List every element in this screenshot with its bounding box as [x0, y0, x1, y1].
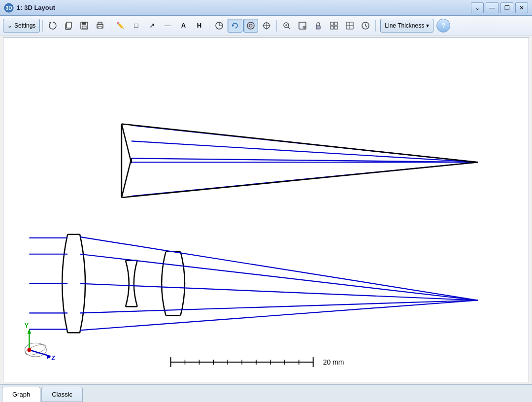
- svg-line-38: [366, 26, 367, 27]
- svg-text:Y: Y: [24, 322, 29, 329]
- rotate-button[interactable]: [228, 19, 242, 33]
- line-button[interactable]: —: [160, 19, 175, 33]
- lock-button[interactable]: [311, 19, 326, 33]
- svg-rect-29: [331, 22, 333, 25]
- svg-line-21: [288, 27, 290, 29]
- layout-button[interactable]: [342, 19, 357, 33]
- separator-5: [375, 20, 376, 32]
- text-button[interactable]: A: [176, 19, 191, 33]
- svg-line-56: [80, 284, 478, 301]
- line-thickness-button[interactable]: Line Thickness ▾: [380, 19, 433, 33]
- settings-button[interactable]: ⌄ Settings: [3, 19, 40, 33]
- svg-point-85: [27, 348, 31, 352]
- title-bar: 3D 1: 3D Layout ⌄ — ❐ ✕: [0, 0, 532, 16]
- pencil-button[interactable]: ✏️: [113, 19, 128, 33]
- svg-rect-7: [82, 26, 86, 29]
- separator-2: [110, 20, 110, 32]
- refresh-button[interactable]: [45, 19, 60, 33]
- layout-diagram: 20 mm Y Z: [3, 38, 529, 382]
- settings-chevron-icon: ⌄: [7, 22, 12, 29]
- crosshair-button[interactable]: [259, 19, 274, 33]
- hline-button[interactable]: H: [192, 19, 206, 33]
- svg-line-55: [80, 254, 478, 301]
- grid-button[interactable]: [327, 19, 341, 33]
- svg-text:20 mm: 20 mm: [323, 358, 344, 366]
- minimize-button[interactable]: —: [486, 2, 499, 13]
- zoom-in-button[interactable]: [279, 19, 294, 33]
- svg-line-54: [80, 237, 478, 301]
- copy-button[interactable]: [61, 19, 76, 33]
- lens3: [162, 252, 185, 316]
- svg-rect-31: [331, 26, 333, 29]
- svg-marker-39: [122, 124, 132, 198]
- svg-rect-4: [66, 22, 71, 28]
- toolbar: ⌄ Settings ✏️ □ ↗ — A H: [0, 16, 532, 35]
- svg-text:3D: 3D: [6, 5, 12, 11]
- bottom-tabs-bar: Graph Classic: [0, 384, 532, 402]
- print-button[interactable]: [93, 19, 107, 33]
- collapse-button[interactable]: ⌄: [471, 2, 484, 13]
- settings-label: Settings: [14, 22, 35, 29]
- svg-line-57: [80, 300, 478, 313]
- svg-point-15: [247, 22, 254, 29]
- svg-rect-9: [98, 22, 102, 25]
- svg-rect-32: [334, 26, 337, 29]
- separator-4: [276, 20, 277, 32]
- separator-1: [42, 20, 43, 32]
- svg-rect-6: [82, 22, 86, 25]
- coordinate-axes: Y Z: [24, 322, 55, 362]
- svg-rect-30: [334, 22, 337, 25]
- svg-line-47: [122, 162, 478, 198]
- window-controls: ⌄ — ❐ ✕: [471, 2, 528, 13]
- svg-line-46: [122, 124, 478, 163]
- svg-marker-14: [233, 24, 234, 27]
- lens2: [126, 261, 137, 307]
- svg-rect-28: [316, 26, 320, 29]
- separator-3: [209, 20, 209, 32]
- svg-line-58: [80, 300, 478, 330]
- app-icon: 3D: [4, 3, 14, 13]
- help-button[interactable]: ?: [436, 19, 450, 33]
- window-title: 1: 3D Layout: [17, 4, 471, 11]
- clock-button[interactable]: [358, 19, 373, 33]
- close-button[interactable]: ✕: [515, 2, 528, 13]
- diagram-canvas: 20 mm Y Z: [3, 37, 529, 382]
- svg-marker-83: [46, 354, 51, 359]
- camera-button[interactable]: [243, 19, 258, 33]
- graph-tab[interactable]: Graph: [2, 387, 40, 402]
- zoom-rect-button[interactable]: [295, 19, 310, 33]
- save-button[interactable]: [77, 19, 92, 33]
- arrow-button[interactable]: ↗: [144, 19, 159, 33]
- restore-button[interactable]: ❐: [500, 2, 513, 13]
- rectangle-button[interactable]: □: [129, 19, 143, 33]
- measure-button[interactable]: [212, 19, 227, 33]
- line-thickness-label: Line Thickness: [385, 22, 424, 29]
- scale-bar: 20 mm: [171, 357, 344, 367]
- svg-rect-10: [98, 27, 102, 29]
- classic-tab[interactable]: Classic: [41, 387, 83, 402]
- line-thickness-chevron-icon: ▾: [426, 22, 429, 29]
- svg-text:Z: Z: [51, 354, 55, 362]
